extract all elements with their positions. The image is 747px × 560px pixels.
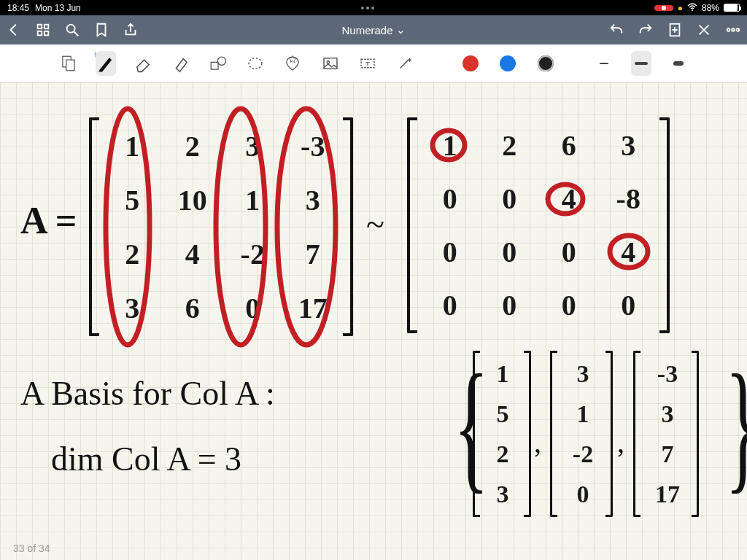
stroke-thin[interactable]: [594, 51, 614, 76]
svg-point-5: [67, 25, 75, 33]
close-button[interactable]: [696, 22, 712, 38]
svg-point-29: [548, 184, 583, 214]
battery-icon: [724, 4, 740, 12]
svg-point-30: [610, 236, 648, 268]
color-blue[interactable]: [498, 51, 518, 76]
multitask-dots[interactable]: [81, 7, 654, 9]
stroke-thick[interactable]: [669, 51, 689, 76]
bv1-lb: [473, 351, 480, 517]
basis-vector-3: -33717: [645, 354, 690, 514]
page-template-tool[interactable]: [58, 51, 78, 76]
svg-point-12: [727, 28, 730, 31]
favorites-tool[interactable]: [283, 51, 303, 76]
app-nav-bar: Numerade ⌄: [0, 15, 747, 44]
vector-entry: 17: [645, 474, 690, 514]
shapes-tool[interactable]: [208, 51, 228, 76]
svg-line-24: [400, 60, 409, 68]
basis-text: A Basis for Col A :: [20, 374, 275, 413]
vector-entry: 3: [562, 354, 604, 394]
svg-rect-4: [44, 31, 49, 36]
color-red[interactable]: [460, 51, 480, 76]
bv1-rb: [524, 351, 531, 517]
wifi-icon: [687, 3, 697, 13]
more-button[interactable]: [725, 22, 741, 38]
comma1: ,: [534, 425, 541, 459]
svg-point-14: [737, 28, 740, 31]
svg-point-19: [249, 58, 262, 69]
dim-text: dim Col A = 3: [51, 440, 241, 478]
bluetooth-icon: ᚼ: [93, 50, 97, 58]
pen-tool[interactable]: ᚼ: [96, 51, 115, 76]
vector-entry: 1: [562, 394, 604, 434]
vector-entry: 3: [481, 474, 524, 514]
bookmark-button[interactable]: [93, 22, 109, 38]
page-indicator: 33 of 34: [13, 542, 50, 554]
back-button[interactable]: [6, 22, 22, 38]
svg-point-0: [692, 9, 693, 11]
color-dark[interactable]: [535, 51, 555, 76]
chevron-down-icon: ⌄: [396, 23, 406, 36]
svg-point-13: [732, 28, 735, 31]
image-tool[interactable]: [320, 51, 340, 76]
vector-entry: 5: [481, 394, 524, 434]
lasso-tool[interactable]: [245, 51, 265, 76]
svg-point-27: [277, 109, 336, 345]
svg-point-28: [433, 131, 465, 160]
comma2: ,: [617, 425, 624, 459]
new-page-button[interactable]: [667, 22, 683, 38]
text-box-tool[interactable]: T: [357, 51, 377, 76]
search-button[interactable]: [64, 22, 80, 38]
redo-button[interactable]: [638, 22, 654, 38]
svg-point-21: [327, 61, 329, 63]
vector-entry: 1: [481, 354, 524, 394]
note-canvas[interactable]: A = 123-35101324-2736017 ~ 1263004-80004…: [0, 82, 747, 560]
basis-vector-1: 1523: [481, 354, 524, 514]
bv3-lb: [633, 351, 640, 517]
battery-percentage: 88%: [702, 3, 719, 13]
basis-vector-2: 31-20: [562, 354, 604, 514]
bv2-rb: [605, 351, 613, 517]
vector-entry: 0: [562, 474, 604, 514]
vector-entry: -3: [645, 354, 690, 394]
screen-recording-indicator[interactable]: [654, 5, 673, 11]
stroke-medium[interactable]: [631, 51, 651, 76]
svg-rect-3: [38, 31, 42, 36]
vector-entry: -2: [562, 434, 604, 474]
svg-line-6: [74, 32, 79, 36]
status-time: 18:45: [7, 3, 29, 13]
eraser-tool[interactable]: [133, 51, 153, 76]
svg-rect-20: [324, 58, 337, 69]
magic-wand-tool[interactable]: [395, 51, 415, 76]
document-title-dropdown[interactable]: Numerade ⌄: [139, 23, 608, 36]
status-date: Mon 13 Jun: [35, 3, 81, 13]
svg-rect-17: [211, 62, 218, 69]
grid-view-button[interactable]: [35, 22, 51, 38]
svg-rect-16: [66, 60, 74, 71]
bv2-lb: [550, 351, 557, 517]
ipad-status-bar: 18:45 Mon 13 Jun ● 88%: [0, 0, 747, 15]
location-indicator-icon: ●: [678, 3, 683, 13]
share-button[interactable]: [123, 22, 139, 38]
vector-entry: 7: [645, 434, 690, 474]
right-brace: }: [725, 352, 747, 498]
vector-entry: 3: [645, 394, 690, 434]
svg-point-18: [217, 57, 225, 65]
bv3-rb: [692, 351, 699, 517]
undo-button[interactable]: [608, 22, 624, 38]
svg-text:T: T: [365, 60, 370, 68]
vector-entry: 2: [481, 434, 524, 474]
svg-rect-1: [38, 25, 42, 29]
highlighter-tool[interactable]: [171, 51, 190, 76]
svg-rect-2: [44, 25, 49, 29]
drawing-toolbar: ᚼ T: [0, 44, 747, 82]
document-title: Numerade: [341, 24, 392, 36]
svg-point-26: [216, 109, 266, 345]
svg-point-25: [106, 109, 150, 345]
